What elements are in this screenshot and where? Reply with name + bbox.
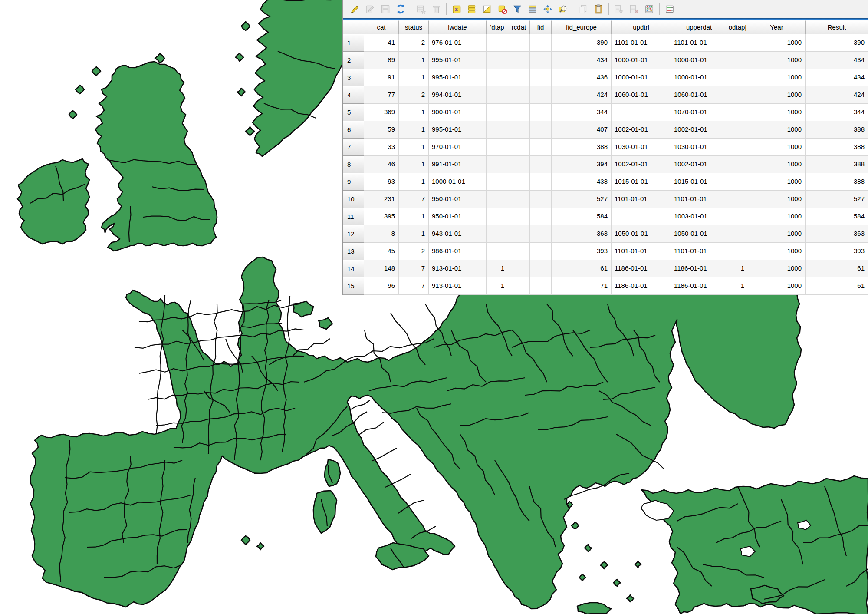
row-number-cell[interactable]: 6 [343, 121, 364, 139]
cell[interactable]: 388 [806, 121, 868, 139]
cell[interactable]: 388 [806, 173, 868, 191]
cell[interactable]: 1002-01-01 [612, 156, 671, 173]
cell[interactable]: 1000 [748, 86, 806, 104]
cell[interactable]: 1070-01-01 [671, 104, 727, 121]
cell[interactable]: 344 [552, 104, 612, 121]
cell[interactable]: 527 [552, 191, 612, 208]
cell[interactable] [530, 225, 552, 243]
cell[interactable]: 424 [806, 86, 868, 104]
row-number-cell[interactable]: 10 [343, 191, 364, 208]
row-number-cell[interactable]: 12 [343, 225, 364, 243]
cell[interactable]: 59 [364, 121, 399, 139]
cell[interactable]: 1000 [748, 173, 806, 191]
cell[interactable] [727, 34, 748, 52]
cell[interactable]: 1060-01-01 [612, 86, 671, 104]
row-number-cell[interactable]: 14 [343, 260, 364, 277]
zoom-to-selection-button[interactable] [556, 3, 569, 16]
cell[interactable]: 1000-01-01 [612, 52, 671, 69]
cell[interactable]: 390 [806, 34, 868, 52]
cell[interactable]: 1050-01-01 [671, 225, 727, 243]
cell[interactable] [727, 243, 748, 260]
cell[interactable] [530, 86, 552, 104]
select-by-expression-button[interactable]: ε [450, 3, 463, 16]
row-number-cell[interactable]: 2 [343, 52, 364, 69]
cell[interactable]: 1101-01-01 [671, 191, 727, 208]
column-header-fid[interactable]: fid [530, 20, 552, 34]
cell[interactable] [612, 208, 671, 225]
cell[interactable]: 369 [364, 104, 399, 121]
cell[interactable]: 1 [399, 104, 429, 121]
cell[interactable] [508, 156, 530, 173]
cell[interactable] [530, 208, 552, 225]
cell[interactable] [530, 104, 552, 121]
cell[interactable]: 1 [399, 121, 429, 139]
cell[interactable]: 434 [806, 69, 868, 86]
cell[interactable]: 1 [487, 260, 508, 277]
cell[interactable]: 1 [399, 208, 429, 225]
deselect-all-button[interactable] [496, 3, 509, 16]
cell[interactable]: 388 [806, 156, 868, 173]
cell[interactable] [530, 243, 552, 260]
cell[interactable]: 344 [806, 104, 868, 121]
cell[interactable]: 394 [552, 156, 612, 173]
cell[interactable] [487, 243, 508, 260]
cell[interactable]: 393 [806, 243, 868, 260]
cell[interactable]: 976-01-01 [429, 34, 487, 52]
cell[interactable]: 71 [552, 277, 612, 295]
cell[interactable] [487, 156, 508, 173]
cell[interactable]: 1002-01-01 [671, 156, 727, 173]
cell[interactable]: 1101-01-01 [671, 34, 727, 52]
cell[interactable] [487, 208, 508, 225]
cell[interactable]: 2 [399, 34, 429, 52]
cell[interactable]: 1 [399, 156, 429, 173]
cell[interactable]: 363 [806, 225, 868, 243]
row-number-cell[interactable]: 4 [343, 86, 364, 104]
cell[interactable]: 61 [806, 260, 868, 277]
cell[interactable]: 1000 [748, 191, 806, 208]
cell[interactable]: 527 [806, 191, 868, 208]
cell[interactable]: 1050-01-01 [612, 225, 671, 243]
column-header-'dtap[interactable]: 'dtap [487, 20, 508, 34]
cell[interactable]: 1101-01-01 [612, 191, 671, 208]
cell[interactable]: 1 [727, 277, 748, 295]
cell[interactable] [508, 277, 530, 295]
cell[interactable] [508, 69, 530, 86]
cell[interactable] [530, 156, 552, 173]
cell[interactable] [530, 121, 552, 139]
cell[interactable]: 2 [399, 86, 429, 104]
column-header-odtap|[interactable]: odtap| [727, 20, 748, 34]
cell[interactable]: 1186-01-01 [612, 260, 671, 277]
cell[interactable]: 1000 [748, 34, 806, 52]
cell[interactable] [530, 69, 552, 86]
cell[interactable]: 33 [364, 139, 399, 156]
cell[interactable]: 950-01-01 [429, 208, 487, 225]
cell[interactable] [487, 225, 508, 243]
cell[interactable] [727, 104, 748, 121]
cell[interactable]: 388 [552, 139, 612, 156]
cell[interactable]: 1002-01-01 [671, 121, 727, 139]
cell[interactable]: 1000 [748, 156, 806, 173]
pan-to-selection-button[interactable] [541, 3, 554, 16]
cell[interactable] [727, 191, 748, 208]
cell[interactable]: 438 [552, 173, 612, 191]
column-header-status[interactable]: status [399, 20, 429, 34]
cell[interactable]: 1186-01-01 [671, 260, 727, 277]
cell[interactable] [508, 139, 530, 156]
cell[interactable] [487, 52, 508, 69]
cell[interactable]: 61 [552, 260, 612, 277]
cell[interactable]: 61 [806, 277, 868, 295]
cell[interactable] [530, 191, 552, 208]
cell[interactable]: 1000 [748, 104, 806, 121]
row-number-cell[interactable]: 11 [343, 208, 364, 225]
cell[interactable]: 913-01-01 [429, 277, 487, 295]
cell[interactable]: 1060-01-01 [671, 86, 727, 104]
cell[interactable]: 1101-01-01 [671, 243, 727, 260]
cell[interactable] [530, 139, 552, 156]
column-header-fid_europe[interactable]: fid_europe [552, 20, 612, 34]
cell[interactable]: 991-01-01 [429, 156, 487, 173]
cell[interactable]: 7 [399, 260, 429, 277]
field-calculator-button[interactable] [643, 3, 656, 16]
cell[interactable] [508, 243, 530, 260]
cell[interactable]: 994-01-01 [429, 86, 487, 104]
cell[interactable]: 584 [552, 208, 612, 225]
